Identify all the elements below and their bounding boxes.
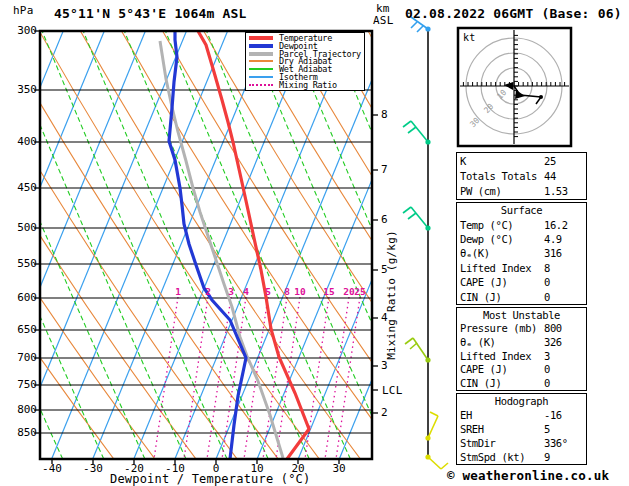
row-value: 316 bbox=[544, 247, 562, 259]
temp-label: 30 bbox=[324, 462, 354, 475]
legend-box: TemperatureDewpointParcel TrajectoryDry … bbox=[245, 32, 365, 91]
table-row: Totals Totals44 bbox=[457, 170, 586, 182]
row-value: -16 bbox=[544, 409, 562, 421]
mixing-ratio-label: 2 bbox=[200, 285, 216, 298]
pressure-label: 300 bbox=[10, 24, 37, 37]
table-row: CAPE (J)0 bbox=[457, 363, 586, 375]
sounding-screenshot: 45°11'N 5°43'E 1064m ASL 02.08.2022 06GM… bbox=[0, 0, 629, 486]
km-label: 6 bbox=[381, 213, 388, 226]
mixing-ratio-label: 4 bbox=[238, 285, 254, 298]
mixing-ratio-label: 1 bbox=[170, 285, 186, 298]
table-row: CIN (J)0 bbox=[457, 377, 586, 389]
row-label: EH bbox=[460, 409, 544, 421]
mixing-ratio-axis-label: Mixing Ratio (g/kg) bbox=[385, 230, 398, 360]
table-row: Dewp (°C)4.9 bbox=[457, 233, 586, 245]
row-value: 8 bbox=[544, 262, 550, 274]
plot-border bbox=[40, 31, 372, 459]
temp-label: 0 bbox=[201, 462, 231, 475]
row-label: StmSpd (kt) bbox=[460, 451, 544, 463]
row-value: 800 bbox=[544, 322, 562, 334]
table-row: StmSpd (kt)9 bbox=[457, 451, 586, 463]
table-row: StmDir336° bbox=[457, 437, 586, 449]
mixing-ratio-label: 25 bbox=[352, 285, 368, 298]
row-value: 3 bbox=[544, 350, 550, 362]
kt-label: kt bbox=[463, 32, 475, 43]
km-label: 7 bbox=[381, 163, 388, 176]
temp-label: -30 bbox=[78, 462, 108, 475]
table-row: SREH5 bbox=[457, 423, 586, 435]
row-label: θₑ (K) bbox=[460, 336, 544, 348]
row-value: 0 bbox=[544, 363, 550, 375]
row-label: StmDir bbox=[460, 437, 544, 449]
pressure-label: 850 bbox=[10, 426, 37, 439]
dry-adiabat-line bbox=[204, 31, 484, 459]
pressure-label: 600 bbox=[10, 291, 37, 304]
asl-label: ASL bbox=[373, 14, 393, 27]
km-label: 3 bbox=[381, 359, 388, 372]
datetime-title: 02.08.2022 06GMT (Base: 06) bbox=[405, 6, 622, 21]
mixing-ratio-label: 5 bbox=[260, 285, 276, 298]
legend-label: Mixing Ratio bbox=[279, 80, 337, 90]
mixing-ratio-sample bbox=[249, 84, 273, 86]
row-label: θₑ(K) bbox=[460, 247, 544, 259]
row-label: K bbox=[460, 155, 544, 167]
lcl-label: LCL bbox=[382, 384, 402, 397]
row-value: 4.9 bbox=[544, 233, 562, 245]
table-row: θₑ(K)316 bbox=[457, 247, 586, 259]
isotherm-sample bbox=[249, 76, 273, 78]
km-label: 8 bbox=[381, 108, 388, 121]
row-value: 0 bbox=[544, 291, 550, 303]
parcel-trajectory-sample bbox=[249, 52, 273, 56]
table-row: θₑ (K)326 bbox=[457, 336, 586, 348]
copyright: © weatheronline.co.uk bbox=[447, 468, 609, 483]
pressure-unit-label: hPa bbox=[13, 4, 33, 17]
wind-barb bbox=[425, 454, 448, 469]
legend-item: Mixing Ratio bbox=[246, 81, 364, 88]
pressure-label: 400 bbox=[10, 135, 37, 148]
table-header: Surface bbox=[457, 204, 586, 216]
surface-table: SurfaceTemp (°C)16.2Dewp (°C)4.9θₑ(K)316… bbox=[456, 202, 587, 305]
row-value: 326 bbox=[544, 336, 562, 348]
row-value: 5 bbox=[544, 423, 550, 435]
row-label: CIN (J) bbox=[460, 291, 544, 303]
temp-label: 20 bbox=[283, 462, 313, 475]
table-row: K25 bbox=[457, 155, 586, 167]
row-label: Pressure (mb) bbox=[460, 322, 544, 334]
pressure-label: 450 bbox=[10, 181, 37, 194]
row-label: PW (cm) bbox=[460, 185, 544, 197]
temp-label: 10 bbox=[242, 462, 272, 475]
wind-barb bbox=[403, 207, 431, 231]
most-unstable-table: Most UnstablePressure (mb)800θₑ (K)326Li… bbox=[456, 307, 587, 391]
table-header: Most Unstable bbox=[457, 309, 586, 321]
pressure-label: 550 bbox=[10, 257, 37, 270]
row-label: Lifted Index bbox=[460, 350, 544, 362]
row-value: 16.2 bbox=[544, 219, 568, 231]
temp-label: -40 bbox=[37, 462, 67, 475]
row-label: Totals Totals bbox=[460, 170, 544, 182]
row-value: 336° bbox=[544, 437, 568, 449]
table-row: Lifted Index3 bbox=[457, 350, 586, 362]
hodograph-table: HodographEH-16SREH5StmDir336°StmSpd (kt)… bbox=[456, 393, 587, 465]
wet-adiabat-line bbox=[618, 31, 629, 459]
dewpoint-sample bbox=[249, 44, 273, 48]
row-label: Dewp (°C) bbox=[460, 233, 544, 245]
pressure-label: 350 bbox=[10, 83, 37, 96]
km-label: 2 bbox=[381, 406, 388, 419]
km-label: 5 bbox=[381, 263, 388, 276]
table-row: EH-16 bbox=[457, 409, 586, 421]
wet-adiabat-line bbox=[248, 31, 433, 459]
temp-label: -10 bbox=[160, 462, 190, 475]
wind-barb bbox=[403, 121, 431, 145]
wet-adiabat-sample bbox=[249, 68, 273, 70]
row-value: 9 bbox=[544, 451, 550, 463]
pressure-label: 650 bbox=[10, 323, 37, 336]
mixing-ratio-line bbox=[325, 297, 349, 459]
km-label: 4 bbox=[381, 311, 388, 324]
table-row: Temp (°C)16.2 bbox=[457, 219, 586, 231]
mixing-ratio-label: 10 bbox=[292, 285, 308, 298]
table-row: CIN (J)0 bbox=[457, 291, 586, 303]
table-row: Lifted Index8 bbox=[457, 262, 586, 274]
pressure-label: 750 bbox=[10, 378, 37, 391]
row-value: 0 bbox=[544, 276, 550, 288]
row-label: Lifted Index bbox=[460, 262, 544, 274]
